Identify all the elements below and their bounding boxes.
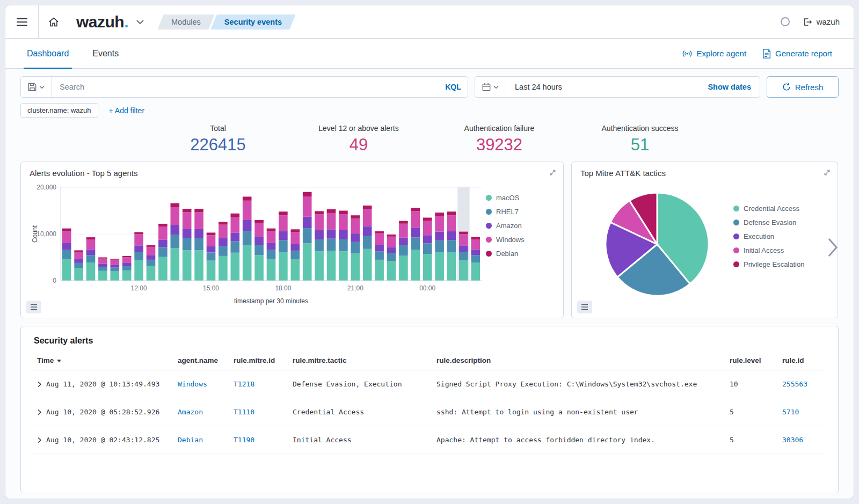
- breadcrumb-modules[interactable]: Modules: [161, 14, 212, 30]
- bar-segment[interactable]: [62, 229, 71, 231]
- bar-segment[interactable]: [279, 231, 288, 240]
- bar-segment[interactable]: [291, 259, 300, 281]
- bar-segment[interactable]: [423, 254, 432, 281]
- bar-segment[interactable]: [339, 230, 348, 239]
- bar-segment[interactable]: [411, 250, 420, 281]
- bar-segment[interactable]: [62, 243, 71, 250]
- bar-segment[interactable]: [267, 243, 276, 250]
- rule-id-link[interactable]: 255563: [782, 380, 807, 388]
- bar-segment[interactable]: [194, 209, 203, 213]
- bar-segment[interactable]: [315, 230, 324, 239]
- bar-segment[interactable]: [219, 238, 228, 246]
- breadcrumb-security-events[interactable]: Security events: [214, 14, 293, 30]
- bar-segment[interactable]: [387, 237, 396, 247]
- bar-segment[interactable]: [243, 220, 252, 231]
- bar-segment[interactable]: [435, 213, 444, 216]
- bar-segment[interactable]: [134, 252, 143, 260]
- bar-segment[interactable]: [387, 235, 396, 237]
- legend-item[interactable]: Initial Access: [733, 246, 829, 254]
- bar-segment[interactable]: [471, 237, 481, 239]
- bar-segment[interactable]: [98, 267, 107, 271]
- bar-segment[interactable]: [243, 245, 252, 281]
- bar-segment[interactable]: [98, 258, 107, 259]
- bar-segment[interactable]: [375, 245, 384, 251]
- save-query-button[interactable]: [21, 77, 52, 97]
- column-header-rule-mitre-tactic[interactable]: rule.mitre.tactic: [288, 351, 432, 370]
- search-input[interactable]: [52, 77, 439, 97]
- mitre-pie-chart[interactable]: [599, 186, 715, 302]
- bar-segment[interactable]: [219, 256, 228, 281]
- add-filter-button[interactable]: + Add filter: [109, 106, 145, 115]
- bar-segment[interactable]: [435, 232, 444, 241]
- mitre-id-link[interactable]: T1190: [234, 436, 254, 444]
- bar-segment[interactable]: [147, 247, 156, 255]
- bar-segment[interactable]: [435, 240, 444, 252]
- bar-segment[interactable]: [315, 251, 324, 281]
- bar-segment[interactable]: [387, 261, 396, 281]
- column-header-rule-id[interactable]: rule.id: [778, 351, 826, 370]
- column-header-rule-description[interactable]: rule.description: [432, 351, 725, 370]
- bar-segment[interactable]: [291, 229, 300, 232]
- bar-segment[interactable]: [375, 260, 384, 281]
- bar-segment[interactable]: [339, 251, 348, 281]
- bar-segment[interactable]: [122, 266, 132, 271]
- legend-item[interactable]: Credential Access: [733, 204, 829, 213]
- chevron-down-icon[interactable]: [136, 19, 144, 25]
- home-button[interactable]: [39, 5, 69, 39]
- bar-segment[interactable]: [363, 206, 372, 209]
- bar-segment[interactable]: [435, 252, 444, 281]
- bar-segment[interactable]: [303, 243, 312, 281]
- bar-segment[interactable]: [254, 255, 264, 281]
- bar-segment[interactable]: [207, 235, 216, 246]
- bar-segment[interactable]: [447, 252, 456, 281]
- bar-segment[interactable]: [254, 237, 264, 245]
- filter-pill[interactable]: cluster.name: wazuh: [20, 103, 98, 118]
- bar-segment[interactable]: [111, 272, 120, 281]
- bar-segment[interactable]: [158, 239, 168, 247]
- expand-row-icon[interactable]: [37, 437, 42, 443]
- bar-segment[interactable]: [315, 239, 324, 251]
- legend-item[interactable]: Debian: [486, 250, 555, 258]
- bar-segment[interactable]: [207, 246, 216, 253]
- bar-segment[interactable]: [399, 255, 408, 281]
- bar-segment[interactable]: [207, 252, 216, 260]
- bar-segment[interactable]: [134, 234, 143, 245]
- bar-segment[interactable]: [219, 225, 228, 238]
- bar-segment[interactable]: [62, 231, 71, 243]
- bar-segment[interactable]: [207, 232, 216, 235]
- kql-button[interactable]: KQL: [439, 77, 468, 97]
- bar-segment[interactable]: [411, 228, 420, 238]
- bar-segment[interactable]: [363, 249, 372, 281]
- bar-segment[interactable]: [98, 271, 107, 281]
- bar-segment[interactable]: [194, 229, 203, 238]
- bar-segment[interactable]: [411, 211, 420, 228]
- bar-segment[interactable]: [471, 239, 481, 250]
- bar-segment[interactable]: [447, 231, 456, 240]
- bar-segment[interactable]: [122, 263, 132, 266]
- bar-segment[interactable]: [158, 247, 168, 257]
- legend-item[interactable]: Amazon: [486, 222, 555, 230]
- bar-segment[interactable]: [411, 238, 420, 250]
- bar-segment[interactable]: [267, 231, 276, 243]
- bar-segment[interactable]: [122, 271, 132, 281]
- bar-segment[interactable]: [74, 259, 83, 263]
- bar-segment[interactable]: [279, 252, 288, 281]
- date-picker-button[interactable]: [475, 77, 506, 97]
- bar-segment[interactable]: [327, 239, 336, 251]
- bar-segment[interactable]: [471, 262, 481, 281]
- bar-segment[interactable]: [471, 250, 481, 255]
- bar-segment[interactable]: [231, 214, 240, 217]
- bar-segment[interactable]: [339, 211, 348, 215]
- expand-row-icon[interactable]: [37, 409, 42, 415]
- table-row[interactable]: Aug 10, 2020 @ 05:28:52.926 Amazon T1110…: [33, 398, 826, 426]
- bar-segment[interactable]: [291, 244, 300, 251]
- wazuh-logo[interactable]: wazuh.: [76, 13, 128, 31]
- bar-segment[interactable]: [423, 243, 432, 254]
- bar-segment[interactable]: [423, 235, 432, 243]
- bar-segment[interactable]: [183, 250, 192, 281]
- bar-segment[interactable]: [122, 258, 132, 263]
- bar-segment[interactable]: [243, 231, 252, 245]
- agent-name-link[interactable]: Windows: [178, 380, 207, 388]
- legend-item[interactable]: Windows: [486, 236, 555, 244]
- bar-segment[interactable]: [267, 250, 276, 259]
